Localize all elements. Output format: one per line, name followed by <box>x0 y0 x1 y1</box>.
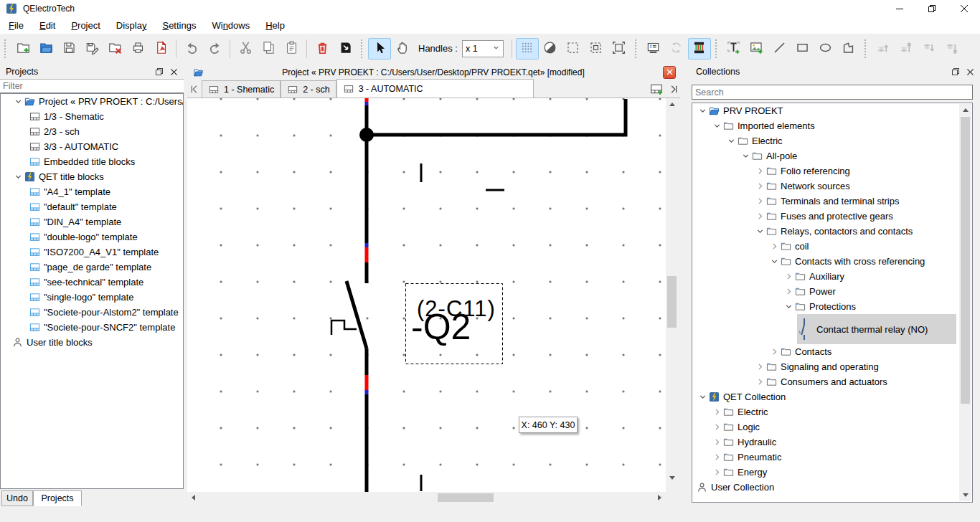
close-panel-icon[interactable] <box>166 65 181 78</box>
tree-item-1-3-shematic[interactable]: 1/3 - Shematic <box>1 109 183 124</box>
float-panel-icon[interactable] <box>152 65 166 78</box>
dock-tab-projects[interactable]: Projects <box>33 490 82 506</box>
add-ellipse-button[interactable] <box>814 38 837 60</box>
scroll-down-icon[interactable] <box>959 489 971 501</box>
paste-button[interactable] <box>280 38 303 60</box>
tree-item-fuses-and-protective-gears[interactable]: Fuses and protective gears <box>692 209 972 224</box>
tree-item-page-de-garde-template[interactable]: "page_de garde" template <box>1 260 183 275</box>
restore-button[interactable] <box>915 0 948 17</box>
chevron-right-icon[interactable] <box>711 452 723 463</box>
rubberband-contents-button[interactable] <box>585 38 608 60</box>
scroll-up-icon[interactable] <box>959 104 971 116</box>
background-contrast-button[interactable] <box>539 38 562 60</box>
tree-item-contacts[interactable]: Contacts <box>692 344 972 359</box>
conductor-horizontal[interactable] <box>367 99 626 135</box>
projects-filter-input[interactable] <box>0 79 184 93</box>
chevron-right-icon[interactable] <box>768 241 781 252</box>
diagram-tab-1[interactable]: 1 - Shematic <box>202 80 281 98</box>
tree-item-qet-collection[interactable]: QET Collection <box>692 389 972 404</box>
scroll-tabs-left-icon[interactable] <box>187 80 202 98</box>
collections-vscrollbar[interactable] <box>959 104 971 501</box>
float-panel-icon[interactable] <box>948 65 963 78</box>
menu-windows[interactable]: Windows <box>204 19 257 32</box>
tree-item-network-sources[interactable]: Network sources <box>692 179 972 194</box>
element-designation-label[interactable]: -Q2 <box>411 306 471 348</box>
chevron-down-icon[interactable] <box>697 392 709 403</box>
minimize-button[interactable] <box>883 0 915 17</box>
export-pdf-button[interactable] <box>149 38 172 60</box>
close-panel-icon[interactable] <box>963 65 977 78</box>
tree-item-embedded-title-blocks[interactable]: Embedded title blocks <box>1 154 183 169</box>
copy-button[interactable] <box>257 38 280 60</box>
close-button[interactable] <box>948 0 980 17</box>
menu-display[interactable]: Display <box>109 19 154 32</box>
save-as-button[interactable] <box>80 38 103 60</box>
chevron-right-icon[interactable] <box>711 422 723 433</box>
tree-item-protections[interactable]: Protections <box>692 299 972 314</box>
diagram-tab-2[interactable]: 2 - sch <box>281 80 336 98</box>
tree-item-terminals-and-terminal-strips[interactable]: Terminals and terminal strips <box>692 194 972 209</box>
contact-blade[interactable] <box>347 281 367 348</box>
vscroll-thumb[interactable] <box>667 276 677 328</box>
tree-item-double-logo-template[interactable]: "double-logo" template <box>1 229 183 245</box>
cut-button[interactable] <box>234 38 257 60</box>
add-polygon-button[interactable] <box>837 38 860 60</box>
tree-item-folio-referencing[interactable]: Folio referencing <box>692 163 972 179</box>
chevron-down-icon[interactable] <box>754 226 766 237</box>
rubberband-select-button[interactable] <box>562 38 585 60</box>
tree-item-single-logo-template[interactable]: "single-logo" template <box>1 290 183 305</box>
add-rectangle-button[interactable] <box>791 38 814 60</box>
chevron-right-icon[interactable] <box>768 346 781 358</box>
delete-button[interactable] <box>311 38 334 60</box>
menu-project[interactable]: Project <box>64 19 107 32</box>
raise-button[interactable] <box>872 38 895 60</box>
project-close-button[interactable] <box>663 66 676 79</box>
chevron-right-icon[interactable] <box>711 407 723 418</box>
tree-item-see-technical-template[interactable]: "see-technical" template <box>1 275 183 290</box>
grid-toggle-button[interactable] <box>516 38 539 60</box>
adjust-selection-button[interactable] <box>608 38 631 60</box>
chevron-right-icon[interactable] <box>783 286 795 298</box>
tree-item-consumers-and-actuators[interactable]: Consumers and actuators <box>692 374 972 389</box>
tree-item-contacts-with-cross-referencing[interactable]: Contacts with cross referencing <box>692 254 972 269</box>
scroll-tabs-right-icon[interactable] <box>666 80 680 98</box>
lower-button[interactable] <box>918 38 941 60</box>
tree-item-user-title-blocks[interactable]: User title blocks <box>1 335 183 350</box>
hscroll-thumb[interactable] <box>438 493 494 502</box>
chevron-right-icon[interactable] <box>754 196 766 207</box>
close-project-button[interactable] <box>103 38 126 60</box>
tree-item-pneumatic[interactable]: Pneumatic <box>692 450 972 465</box>
tree-item-all-pole[interactable]: All-pole <box>692 148 972 163</box>
bring-to-front-button[interactable] <box>895 38 918 60</box>
scroll-up-icon[interactable] <box>666 98 678 110</box>
chevron-down-icon[interactable] <box>783 301 795 313</box>
tree-item-auxiliary[interactable]: Auxiliary <box>692 269 972 284</box>
collections-search-input[interactable] <box>692 85 973 100</box>
tree-item-imported-elements[interactable]: Imported elements <box>692 118 972 133</box>
new-project-button[interactable] <box>11 38 34 60</box>
menu-file[interactable]: File <box>1 19 31 32</box>
select-tool-button[interactable] <box>368 38 391 60</box>
undo-button[interactable] <box>180 38 203 60</box>
chevron-down-icon[interactable] <box>711 120 723 132</box>
tree-item-societe-pour-alstom2-template[interactable]: "Societe-pour-Alstom2" template <box>1 305 183 320</box>
scroll-left-icon[interactable] <box>187 492 199 503</box>
chevron-down-icon[interactable] <box>740 151 752 162</box>
add-line-button[interactable] <box>768 38 791 60</box>
dock-tab-undo[interactable]: Undo <box>1 490 33 506</box>
pan-tool-button[interactable] <box>391 38 414 60</box>
diagram-tab-3[interactable]: 3 - AUTOMATIC <box>336 79 534 98</box>
tree-item-qet-title-blocks[interactable]: QET title blocks <box>1 169 183 184</box>
send-to-back-button[interactable] <box>941 38 963 60</box>
print-button[interactable] <box>126 38 149 60</box>
tree-item-power[interactable]: Power <box>692 284 972 299</box>
rotate-button[interactable] <box>665 38 688 60</box>
chevron-down-icon[interactable] <box>725 136 738 147</box>
canvas-vscrollbar[interactable] <box>666 98 678 492</box>
tree-item-hydraulic[interactable]: Hydraulic <box>692 435 972 450</box>
tree-item-din-a4-template[interactable]: "DIN_A4" template <box>1 214 183 229</box>
handles-select[interactable]: x 1 <box>462 40 504 57</box>
tree-item-default-template[interactable]: "default" template <box>1 199 183 214</box>
chevron-right-icon[interactable] <box>754 211 766 222</box>
chevron-right-icon[interactable] <box>754 166 766 177</box>
